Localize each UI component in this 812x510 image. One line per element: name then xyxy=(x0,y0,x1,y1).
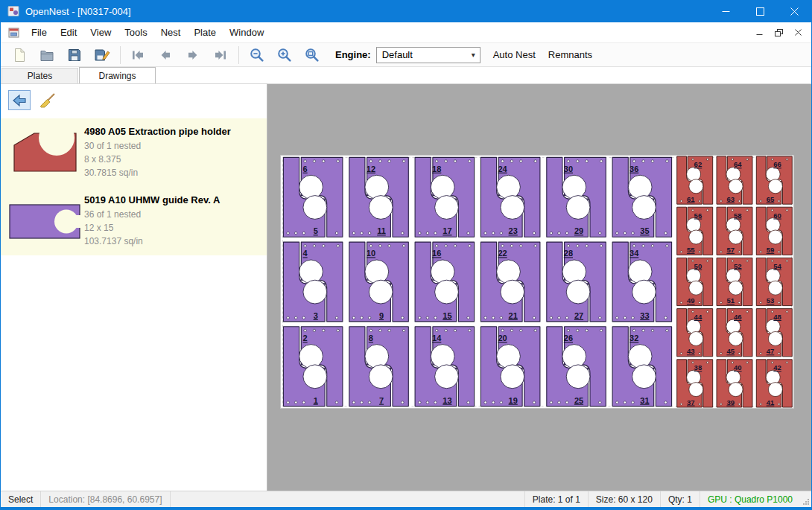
auto-nest-button[interactable]: Auto Nest xyxy=(493,49,536,60)
part-number-label: 27 xyxy=(574,311,583,320)
mdi-minimize-icon xyxy=(756,29,763,36)
part-number-label: 22 xyxy=(498,249,507,258)
nest-plate-svg[interactable]: 6512111817242330293635431091615222128273… xyxy=(280,155,794,409)
part-number-label: 64 xyxy=(734,160,742,168)
drawing-size: 8 x 8.375 xyxy=(84,153,231,166)
zoom-in-button[interactable] xyxy=(273,45,295,66)
part-number-label: 2 xyxy=(303,334,308,342)
part-number-label: 44 xyxy=(694,313,702,321)
new-file-button[interactable] xyxy=(8,45,31,66)
part-number-label: 30 xyxy=(564,165,573,173)
drawing-nested-count: 36 of 1 nested xyxy=(84,208,220,221)
part-number-label: 51 xyxy=(726,296,735,305)
save-floppy-icon xyxy=(67,48,82,63)
opennest-window: OpenNest - [N0317-004] FileEditViewTools… xyxy=(0,0,812,510)
part-number-label: 60 xyxy=(773,211,781,220)
save-as-floppy-pencil-icon xyxy=(94,48,110,63)
part-number-label: 55 xyxy=(687,246,695,254)
part-number-label: 61 xyxy=(687,195,695,203)
drawing-list-item[interactable]: 5019 A10 UHMW guide Rev. A36 of 1 nested… xyxy=(1,187,267,255)
window-bottom-border xyxy=(1,507,811,510)
menu-plate[interactable]: Plate xyxy=(187,23,223,42)
zoom-fit-icon xyxy=(304,47,320,63)
first-arrow-icon xyxy=(130,48,145,62)
part-number-label: 66 xyxy=(773,160,781,168)
maximize-button[interactable] xyxy=(743,0,777,22)
open-folder-icon xyxy=(39,48,54,63)
open-file-button[interactable] xyxy=(36,45,58,66)
menubar: FileEditViewToolsNestPlateWindow xyxy=(1,22,811,42)
drawing-size: 12 x 15 xyxy=(84,221,220,235)
part-number-label: 42 xyxy=(773,363,781,372)
resize-grip-icon xyxy=(802,498,810,506)
minimize-button[interactable] xyxy=(708,0,743,22)
next-arrow-icon xyxy=(185,48,200,62)
part-number-label: 14 xyxy=(432,334,442,342)
main-toolbar: Engine: Default ▾ Auto Nest Remnants xyxy=(1,42,811,67)
remnants-button[interactable]: Remnants xyxy=(548,49,592,60)
part-number-label: 47 xyxy=(767,347,775,355)
part-number-label: 65 xyxy=(767,195,775,203)
part-number-label: 57 xyxy=(726,246,735,254)
engine-selected-value: Default xyxy=(377,49,467,60)
part-number-label: 11 xyxy=(377,226,386,235)
part-number-label: 18 xyxy=(432,165,441,173)
engine-label: Engine: xyxy=(335,49,371,60)
drawing-area: 30.7815 sq/in xyxy=(84,166,231,179)
part-number-label: 36 xyxy=(629,165,638,173)
tab-plates[interactable]: Plates xyxy=(1,68,78,83)
part-number-label: 26 xyxy=(564,334,573,342)
toolbar-separator xyxy=(238,46,239,64)
pipe-holder-shape xyxy=(10,129,79,176)
menu-nest[interactable]: Nest xyxy=(154,23,188,42)
import-arrow-icon xyxy=(11,94,28,107)
part-number-label: 53 xyxy=(767,296,775,305)
nest-canvas[interactable]: 6512111817242330293635431091615222128273… xyxy=(267,83,811,491)
part-number-label: 34 xyxy=(629,249,639,258)
first-plate-button[interactable] xyxy=(127,45,149,66)
drawing-list: 4980 A05 Extraction pipe holder30 of 1 n… xyxy=(1,118,267,255)
menu-file[interactable]: File xyxy=(25,23,54,42)
toolbar-separator xyxy=(120,46,121,64)
zoom-fit-button[interactable] xyxy=(300,45,323,66)
zoom-out-button[interactable] xyxy=(245,45,267,66)
part-number-label: 45 xyxy=(726,347,735,355)
import-drawing-button[interactable] xyxy=(8,90,31,110)
resize-grip[interactable] xyxy=(800,491,811,507)
save-button[interactable] xyxy=(63,45,86,66)
drawing-list-item[interactable]: 4980 A05 Extraction pipe holder30 of 1 n… xyxy=(1,118,267,187)
drawing-nested-count: 30 of 1 nested xyxy=(84,139,231,153)
save-as-button[interactable] xyxy=(91,45,113,66)
part-number-label: 49 xyxy=(687,296,695,305)
part-number-label: 43 xyxy=(687,347,695,355)
mdi-restore-button[interactable] xyxy=(770,25,787,40)
part-number-label: 15 xyxy=(443,311,451,320)
tab-drawings[interactable]: Drawings xyxy=(79,67,156,83)
mdi-minimize-button[interactable] xyxy=(751,25,768,40)
drawing-name: 4980 A05 Extraction pipe holder xyxy=(84,126,231,137)
status-plate: Plate: 1 of 1 xyxy=(524,491,588,507)
part-number-label: 38 xyxy=(694,363,702,372)
previous-plate-button[interactable] xyxy=(154,45,177,66)
menu-tools[interactable]: Tools xyxy=(118,23,153,42)
menu-window[interactable]: Window xyxy=(223,23,270,42)
drawing-name: 5019 A10 UHMW guide Rev. A xyxy=(84,194,220,205)
previous-arrow-icon xyxy=(158,48,173,62)
part-number-label: 31 xyxy=(640,396,649,405)
engine-select[interactable]: Default ▾ xyxy=(376,47,480,63)
menu-view[interactable]: View xyxy=(83,23,118,42)
mdi-close-button[interactable] xyxy=(790,25,807,40)
next-plate-button[interactable] xyxy=(182,45,204,66)
last-plate-button[interactable] xyxy=(209,45,232,66)
close-icon xyxy=(790,7,799,16)
mdi-child-icon xyxy=(8,28,19,38)
status-qty: Qty: 1 xyxy=(660,491,700,507)
mdi-restore-icon xyxy=(775,29,783,36)
menu-edit[interactable]: Edit xyxy=(54,23,83,42)
part-number-label: 46 xyxy=(734,313,742,321)
close-button[interactable] xyxy=(777,0,811,22)
part-number-label: 29 xyxy=(574,226,583,235)
clear-drawings-button[interactable] xyxy=(37,90,59,110)
mdi-controls xyxy=(751,22,807,42)
plate[interactable]: 6512111817242330293635431091615222128273… xyxy=(280,155,794,409)
